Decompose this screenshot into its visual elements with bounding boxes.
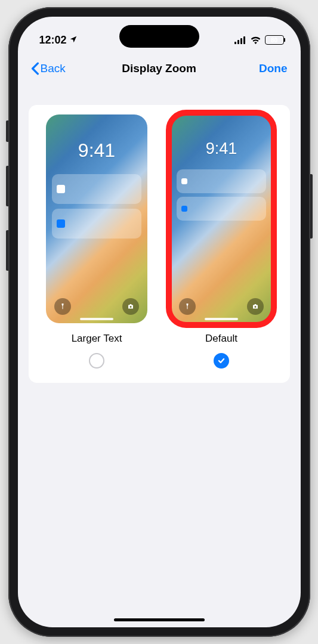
page-title: Display Zoom (122, 62, 196, 75)
cellular-signal-icon (234, 36, 246, 44)
svg-rect-0 (234, 42, 236, 44)
back-label: Back (41, 62, 66, 75)
svg-rect-1 (237, 40, 239, 44)
back-button[interactable]: Back (31, 62, 66, 75)
preview-default: 9:41 (171, 114, 272, 323)
location-icon (69, 34, 78, 47)
battery-percent: 80 (271, 37, 277, 44)
option-label-default: Default (205, 333, 237, 345)
preview-time-larger: 9:41 (46, 140, 147, 162)
nav-bar: Back Display Zoom Done (18, 52, 301, 81)
option-default[interactable]: 9:41 (159, 114, 284, 369)
option-label-larger: Larger Text (72, 333, 122, 345)
flashlight-icon (54, 298, 71, 315)
zoom-options-card: 9:41 (29, 105, 290, 383)
status-time: 12:02 (39, 34, 67, 47)
camera-icon (122, 298, 139, 315)
svg-rect-3 (243, 36, 245, 44)
svg-rect-2 (240, 38, 242, 44)
dynamic-island (119, 25, 199, 48)
wifi-icon (250, 36, 261, 44)
done-button[interactable]: Done (259, 62, 288, 75)
radio-default[interactable] (214, 353, 229, 369)
annotation-highlight (166, 110, 277, 328)
option-larger-text[interactable]: 9:41 (35, 114, 159, 369)
radio-larger-text[interactable] (89, 353, 104, 369)
preview-larger-text: 9:41 (46, 114, 147, 323)
battery-icon: 80 (265, 35, 284, 45)
checkmark-icon (217, 357, 226, 365)
screen: 12:02 (18, 17, 301, 627)
home-indicator[interactable] (114, 618, 205, 621)
iphone-frame: 12:02 (8, 7, 310, 637)
